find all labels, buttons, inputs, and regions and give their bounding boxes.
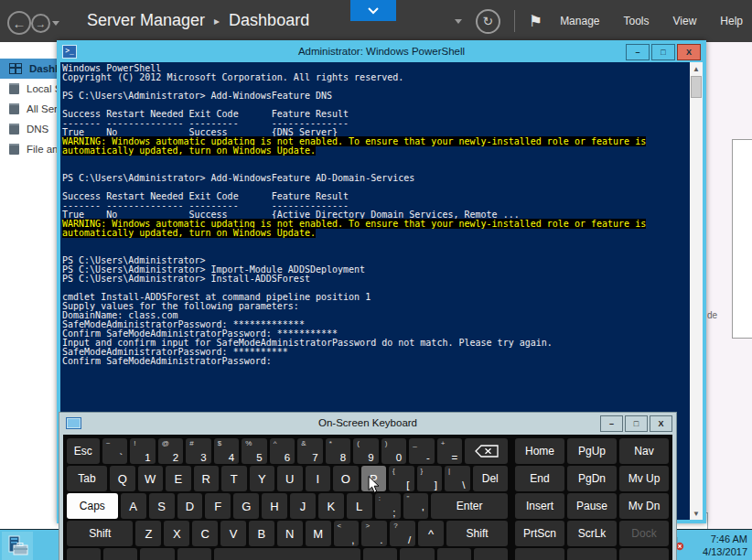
key-semicolon[interactable]: :; (375, 493, 401, 519)
key-blank[interactable] (400, 548, 434, 560)
scrollbar-down-arrow-icon[interactable]: ▼ (690, 507, 703, 520)
key-end[interactable]: End (515, 466, 564, 491)
key-9[interactable]: (9 (353, 438, 379, 464)
key-5[interactable]: %5 (242, 438, 267, 464)
osk-minimize-button[interactable]: – (600, 415, 623, 432)
key-shift-right[interactable]: Shift (446, 521, 508, 546)
key-slash[interactable]: ?/ (390, 521, 415, 546)
key-dock[interactable]: Dock (619, 521, 669, 546)
key-q[interactable]: Q (110, 466, 135, 491)
key-m[interactable]: M (306, 521, 331, 546)
key-k[interactable]: K (318, 493, 344, 519)
key-blank[interactable] (363, 548, 397, 560)
key-prtscn[interactable]: PrtScn (515, 521, 564, 546)
notification-flag-icon[interactable]: ⚑ (529, 12, 543, 31)
key-7[interactable]: &7 (297, 438, 323, 464)
key-t[interactable]: T (221, 466, 247, 491)
key-home[interactable]: Home (515, 438, 564, 464)
key-8[interactable]: *8 (326, 438, 351, 464)
key-blank[interactable] (214, 548, 360, 560)
key-enter[interactable]: Enter (431, 493, 508, 519)
key-pause[interactable]: Pause (567, 493, 617, 519)
key-o[interactable]: O (333, 466, 359, 491)
key-comma[interactable]: <, (334, 521, 360, 546)
key-g[interactable]: G (233, 493, 259, 519)
key-pgdn[interactable]: PgDn (567, 466, 617, 491)
powershell-titlebar[interactable]: >_ Administrator: Windows PowerShell – □… (57, 40, 706, 62)
key-mv-dn[interactable]: Mv Dn (619, 493, 669, 519)
key-j[interactable]: J (290, 493, 316, 519)
key-u[interactable]: U (277, 466, 303, 491)
taskbar-clock[interactable]: 7:46 AM 4/13/2017 (703, 533, 747, 558)
osk-titlebar[interactable]: On-Screen Keyboard – □ X (59, 413, 676, 433)
key-mv-up[interactable]: Mv Up (619, 466, 669, 491)
key-e[interactable]: E (166, 466, 191, 491)
console-scrollbar[interactable]: ▲ ▼ (690, 62, 703, 520)
key-h[interactable]: H (262, 493, 287, 519)
key-0[interactable]: )0 (381, 438, 407, 464)
key-v[interactable]: V (220, 521, 246, 546)
key-del[interactable]: Del (473, 466, 509, 491)
close-button[interactable]: X (677, 44, 701, 60)
taskbar-server-manager-button[interactable] (2, 532, 33, 560)
breadcrumb-root[interactable]: Server Manager (87, 11, 205, 30)
key-backspace[interactable] (465, 438, 508, 464)
key-bracket-left[interactable]: {[ (389, 466, 414, 491)
key-3[interactable]: #3 (186, 438, 211, 464)
maximize-button[interactable]: □ (651, 44, 675, 60)
forward-button[interactable]: → (31, 14, 50, 33)
key-y[interactable]: Y (250, 466, 275, 491)
key-minus[interactable]: _- (409, 438, 435, 464)
key-b[interactable]: B (249, 521, 274, 546)
key-caps[interactable]: Caps (67, 493, 118, 519)
back-button[interactable]: ← (7, 11, 31, 35)
notification-flyout-button[interactable] (350, 0, 396, 21)
key-blank[interactable] (103, 548, 137, 560)
key-i[interactable]: I (306, 466, 331, 491)
key-c[interactable]: C (192, 521, 218, 546)
key-x[interactable]: X (164, 521, 189, 546)
key-equals[interactable]: += (437, 438, 463, 464)
key-blank[interactable] (619, 548, 669, 560)
key-tab[interactable]: Tab (67, 466, 107, 491)
key-r[interactable]: R (194, 466, 220, 491)
key-shift-left[interactable]: Shift (67, 521, 133, 546)
menu-help[interactable]: Help (716, 15, 747, 27)
nav-history-caret-icon[interactable] (52, 21, 59, 26)
key-insert[interactable]: Insert (515, 493, 564, 519)
menu-manage[interactable]: Manage (556, 15, 603, 27)
key-z[interactable]: Z (135, 521, 161, 546)
key-arrow-up[interactable]: ^ (418, 521, 444, 546)
menu-view[interactable]: View (670, 15, 701, 27)
key-backslash[interactable]: |\ (445, 466, 470, 491)
key-esc[interactable]: Esc (67, 438, 100, 464)
key-scrlk[interactable]: ScrLk (567, 521, 617, 546)
key-1[interactable]: !1 (130, 438, 156, 464)
key-a[interactable]: A (121, 493, 146, 519)
key-6[interactable]: ^6 (270, 438, 295, 464)
osk-maximize-button[interactable]: □ (625, 415, 648, 432)
key-period[interactable]: >. (361, 521, 387, 546)
key-4[interactable]: $4 (214, 438, 240, 464)
key-s[interactable]: S (149, 493, 175, 519)
key-bracket-right[interactable]: }] (417, 466, 443, 491)
key-nav[interactable]: Nav (619, 438, 669, 464)
key-blank[interactable] (67, 548, 101, 560)
key-n[interactable]: N (277, 521, 303, 546)
key-apostrophe[interactable]: "' (403, 493, 429, 519)
key-blank[interactable] (437, 548, 471, 560)
osk-close-button[interactable]: X (650, 415, 672, 432)
menu-tools[interactable]: Tools (620, 15, 653, 27)
key-blank[interactable] (567, 548, 617, 560)
scrollbar-up-arrow-icon[interactable]: ▲ (690, 62, 703, 75)
key-p[interactable]: P (361, 466, 387, 491)
key-2[interactable]: @2 (158, 438, 184, 464)
key-blank[interactable] (140, 548, 174, 560)
key-backtick[interactable]: ~` (102, 438, 128, 464)
key-d[interactable]: D (177, 493, 203, 519)
key-f[interactable]: F (205, 493, 231, 519)
key-pgup[interactable]: PgUp (567, 438, 617, 464)
refresh-button[interactable]: ↻ (476, 9, 500, 34)
key-blank[interactable] (177, 548, 211, 560)
key-blank[interactable] (515, 548, 564, 560)
